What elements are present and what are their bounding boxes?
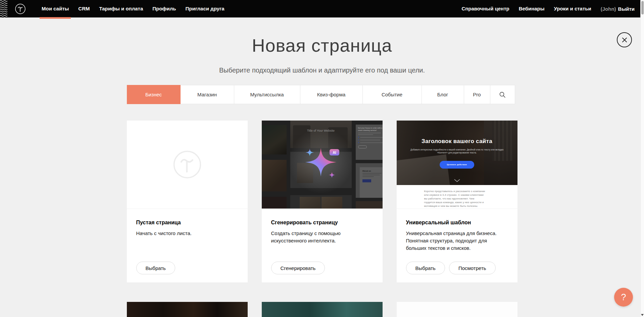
- template-thumbnail: [397, 302, 517, 317]
- template-card-partial[interactable]: [397, 302, 517, 317]
- new-page-dialog: Новая страница Выберите подходящий шабло…: [127, 35, 517, 317]
- chevron-down-icon: [454, 179, 460, 182]
- question-mark-icon: ?: [621, 292, 626, 303]
- card-body: Сгенерировать страницу Создать страницу …: [262, 209, 383, 282]
- tab-search[interactable]: [490, 85, 515, 104]
- card-body: Универсальный шаблон Универсальная стран…: [397, 209, 517, 282]
- card-description: Начать с чистого листа.: [136, 230, 238, 237]
- page-subtitle: Выберите подходящий шаблон и адаптируйте…: [127, 66, 517, 74]
- tab-pro[interactable]: Pro: [464, 85, 490, 104]
- card-description: Универсальная страница для бизнеса. Поня…: [406, 230, 508, 252]
- card-title: Сгенерировать страницу: [271, 220, 373, 226]
- choose-button[interactable]: Выбрать: [406, 262, 445, 274]
- tab-multilink[interactable]: Мультиссылка: [234, 85, 300, 104]
- nav-item-webinars[interactable]: Вебинары: [519, 0, 545, 17]
- tab-blog[interactable]: Блог: [422, 85, 464, 104]
- choose-button[interactable]: Выбрать: [136, 262, 175, 274]
- nav-item-tariffs[interactable]: Тарифы и оплата: [94, 0, 148, 17]
- vertical-scrollbar[interactable]: [640, 0, 644, 317]
- card-actions: Сгенерировать: [271, 262, 373, 274]
- ai-generate-thumbnail: Title of Your Website Get your house in …: [262, 121, 383, 209]
- close-icon: [621, 37, 628, 43]
- template-card-partial[interactable]: [127, 302, 248, 317]
- scrollbar-down-arrow-icon[interactable]: [641, 314, 644, 316]
- help-button[interactable]: ?: [614, 288, 633, 307]
- template-category-tabs: Бизнес Магазин Мультиссылка Квиз-форма С…: [127, 85, 517, 104]
- user-name: (John): [601, 6, 616, 12]
- tilda-logo-icon[interactable]: [15, 3, 26, 14]
- card-title: Пустая страница: [136, 220, 238, 226]
- card-ai-generate[interactable]: Title of Your Website Get your house in …: [262, 121, 383, 282]
- secondary-menu: Справочный центр Вебинары Уроки и статьи…: [461, 0, 635, 17]
- card-description: Создать страницу с помощью искусственног…: [271, 230, 373, 244]
- tab-store[interactable]: Магазин: [180, 85, 234, 104]
- tab-event[interactable]: Событие: [362, 85, 422, 104]
- card-blank-page[interactable]: Пустая страница Начать с чистого листа. …: [127, 121, 248, 282]
- card-universal-template[interactable]: Заголовок вашего сайта Добавьте интересн…: [397, 121, 517, 282]
- close-button[interactable]: [617, 32, 632, 47]
- preview-hero-section: Заголовок вашего сайта Добавьте интересн…: [397, 121, 517, 185]
- nav-item-help-center[interactable]: Справочный центр: [461, 0, 509, 17]
- card-actions: Выбрать: [136, 262, 238, 274]
- card-actions: Выбрать Посмотреть: [406, 262, 508, 274]
- nav-item-lessons[interactable]: Уроки и статьи: [554, 0, 591, 17]
- main-menu: Мои сайты CRM Тарифы и оплата Профиль Пр…: [37, 0, 229, 17]
- template-cards-row-2: [127, 302, 517, 317]
- template-thumbnail: [262, 302, 383, 317]
- tab-quiz-form[interactable]: Квиз-форма: [300, 85, 363, 104]
- preview-hero-title: Заголовок вашего сайта: [397, 138, 517, 145]
- svg-text:AI: AI: [333, 151, 336, 154]
- blank-page-thumbnail: [127, 121, 248, 209]
- search-icon: [499, 91, 506, 98]
- user-session: (John) Выйти: [601, 6, 635, 12]
- generate-button[interactable]: Сгенерировать: [271, 262, 325, 274]
- card-title: Универсальный шаблон: [406, 220, 508, 226]
- preview-hero-subtitle: Добавьте интересные подробности о вашей …: [410, 148, 504, 154]
- page-title: Новая страница: [127, 35, 517, 56]
- nav-item-crm[interactable]: CRM: [73, 0, 94, 17]
- logout-link[interactable]: Выйти: [618, 6, 635, 12]
- preview-cta-button: Целевое действие: [440, 161, 475, 169]
- template-cards-row-1: Пустая страница Начать с чистого листа. …: [127, 121, 517, 282]
- ai-badge: AI: [330, 149, 339, 155]
- zigzag-edge-decoration: [0, 0, 7, 17]
- template-thumbnail: [127, 302, 248, 317]
- tilda-watermark-icon: [172, 149, 202, 180]
- view-button[interactable]: Посмотреть: [449, 262, 496, 274]
- nav-item-my-sites[interactable]: Мои сайты: [37, 0, 73, 17]
- ai-sparkles-icon: AI: [262, 121, 383, 209]
- tab-business[interactable]: Бизнес: [127, 85, 181, 104]
- nav-item-profile[interactable]: Профиль: [148, 0, 181, 17]
- card-body: Пустая страница Начать с чистого листа. …: [127, 209, 248, 282]
- top-nav: Мои сайты CRM Тарифы и оплата Профиль Пр…: [0, 0, 644, 17]
- template-preview-thumbnail: Заголовок вашего сайта Добавьте интересн…: [397, 121, 517, 209]
- preview-text-section: Коротко представьтесь и расскажите о ком…: [397, 185, 517, 209]
- scrollbar-thumb[interactable]: [641, 1, 644, 14]
- template-card-partial[interactable]: [262, 302, 383, 317]
- preview-paragraph: Коротко представьтесь и расскажите о ком…: [424, 189, 486, 208]
- nav-item-invite-friend[interactable]: Пригласи друга: [181, 0, 229, 17]
